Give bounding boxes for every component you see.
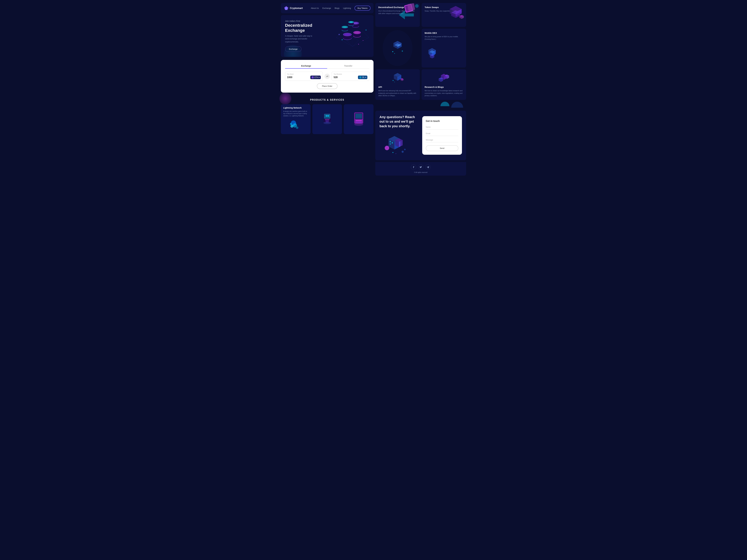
nav-about[interactable]: About Us <box>311 7 319 9</box>
svg-rect-113 <box>390 143 391 145</box>
service-swaps: Token Swaps Swap, Transfer, Buy any supp… <box>421 3 466 27</box>
nav-exchange[interactable]: Exchange <box>323 7 331 9</box>
receive-token-label: ZIL <box>362 76 365 78</box>
hero-section: Join India's First Decentralized Exchang… <box>281 15 374 57</box>
place-order-button[interactable]: Place Order <box>317 83 337 89</box>
svg-point-31 <box>338 34 340 35</box>
exchange-tabs: Exchange Transfer <box>285 63 369 69</box>
svg-rect-57 <box>356 122 362 123</box>
svg-point-16 <box>354 32 360 33</box>
product-game <box>344 104 374 134</box>
svg-point-120 <box>392 152 393 153</box>
contact-section: Any questions? Reach out to us and we'll… <box>375 111 466 160</box>
svg-point-119 <box>402 151 404 153</box>
product-lightning-desc: A simple slot machine game built on top … <box>283 110 308 117</box>
svg-point-79 <box>394 53 395 54</box>
product-lightning: Lightning Network A simple slot machine … <box>281 104 311 134</box>
contact-heading: Any questions? Reach out to us and we'll… <box>380 115 419 129</box>
svg-point-29 <box>342 39 342 40</box>
services-top: Decentralised Exchange Ocz's Decentralis… <box>375 3 466 27</box>
svg-rect-56 <box>356 120 362 121</box>
svg-point-97 <box>393 80 393 81</box>
tab-transfer[interactable]: Transfer <box>327 63 369 69</box>
copyright: © All rights reserved <box>414 171 428 173</box>
receive-value[interactable]: 528 <box>334 76 338 79</box>
service-api: API We'll soon be releasing fully docume… <box>375 69 420 100</box>
eth-icon <box>311 76 314 79</box>
receive-label: You Receive <box>334 73 367 75</box>
exchange-inputs: You Send 1000 ETH ▾ ⇄ <box>285 72 369 81</box>
facebook-icon[interactable] <box>411 164 416 170</box>
svg-point-121 <box>395 153 396 154</box>
send-input-group: You Send 1000 ETH ▾ <box>285 72 323 81</box>
service-api-desc: We'll soon be releasing fully documented… <box>378 89 417 97</box>
email-input[interactable] <box>426 131 458 136</box>
hero-desc: A cheaper, faster and safer way to send … <box>285 35 315 43</box>
svg-point-80 <box>402 51 403 52</box>
service-dex-illustration <box>396 3 420 24</box>
name-input[interactable] <box>426 125 458 130</box>
svg-point-45 <box>326 115 327 117</box>
svg-point-62 <box>415 4 419 8</box>
svg-point-24 <box>353 22 358 24</box>
svg-point-30 <box>363 40 363 41</box>
hero-title: Decentralized Exchange <box>285 23 318 33</box>
contact-illustration <box>380 132 419 156</box>
svg-point-58 <box>354 123 363 126</box>
svg-point-33 <box>358 44 359 45</box>
service-mobile-dex: Mobile DEX We plan to bring power of DEX… <box>421 29 466 68</box>
hero-subtitle: Join India's First <box>285 20 318 22</box>
svg-point-11 <box>344 33 351 35</box>
exchange-button[interactable]: Exchange <box>285 46 302 52</box>
buy-tokens-button[interactable]: Buy Tokens <box>355 6 370 10</box>
svg-point-118 <box>404 149 406 150</box>
exchange-card: Exchange Transfer You Send 1000 ETH ▾ <box>281 60 374 92</box>
navbar: Cryptomart About Us Exchange Blogs Light… <box>281 3 374 13</box>
svg-rect-43 <box>326 121 329 121</box>
svg-rect-61 <box>407 3 415 11</box>
service-mobile-dex-desc: We plan to bring power of DEX to your mo… <box>424 35 463 40</box>
hero-illustration <box>333 17 372 55</box>
service-research-title: Research & Blogs <box>424 86 463 88</box>
service-mobile-dex-title: Mobile DEX <box>424 32 437 34</box>
svg-point-37 <box>296 127 298 129</box>
svg-point-117 <box>385 146 389 150</box>
svg-point-28 <box>349 22 353 23</box>
svg-point-49 <box>324 122 331 124</box>
contact-form-card: Get in touch Send <box>422 116 462 155</box>
telegram-icon[interactable] <box>425 164 431 170</box>
product-device <box>312 104 342 134</box>
tab-exchange[interactable]: Exchange <box>285 63 327 69</box>
svg-point-32 <box>366 30 366 30</box>
nav-lightning[interactable]: Lightning <box>343 7 351 9</box>
swap-button[interactable]: ⇄ <box>325 74 330 79</box>
message-input[interactable] <box>426 138 458 142</box>
svg-rect-111 <box>390 141 391 142</box>
receive-token-chevron: ▾ <box>365 76 366 78</box>
receive-token-selector[interactable]: ZIL ▾ <box>358 76 367 79</box>
services-middle: Mobile DEX We plan to bring power of DEX… <box>375 29 466 68</box>
svg-point-38 <box>290 123 292 125</box>
contact-left: Any questions? Reach out to us and we'll… <box>380 115 419 156</box>
send-value[interactable]: 1000 <box>287 76 292 79</box>
send-button[interactable]: Send <box>426 145 458 151</box>
nav-blogs[interactable]: Blogs <box>335 7 340 9</box>
twitter-icon[interactable] <box>418 164 423 170</box>
services-bottom: API We'll soon be releasing fully docume… <box>375 69 466 100</box>
svg-rect-52 <box>355 113 362 119</box>
receive-input-group: You Receive 528 ZIL ▾ <box>332 72 369 81</box>
send-token-selector[interactable]: ETH ▾ <box>310 76 321 79</box>
brand-name: Cryptomart <box>290 7 303 9</box>
logo[interactable]: Cryptomart <box>284 6 303 10</box>
svg-point-98 <box>394 82 395 82</box>
service-circle-deco <box>383 30 412 66</box>
lightning-illustration <box>283 119 308 131</box>
logo-icon <box>284 6 289 10</box>
service-swaps-illustration <box>445 3 466 24</box>
deco-circles <box>375 102 466 108</box>
products-title: PRODUCTS & SERVICES <box>281 99 374 101</box>
footer: © All rights reserved <box>375 162 466 176</box>
contact-form-title: Get in touch <box>426 120 458 123</box>
social-icons <box>411 164 431 170</box>
product-lightning-title: Lightning Network <box>283 107 308 109</box>
